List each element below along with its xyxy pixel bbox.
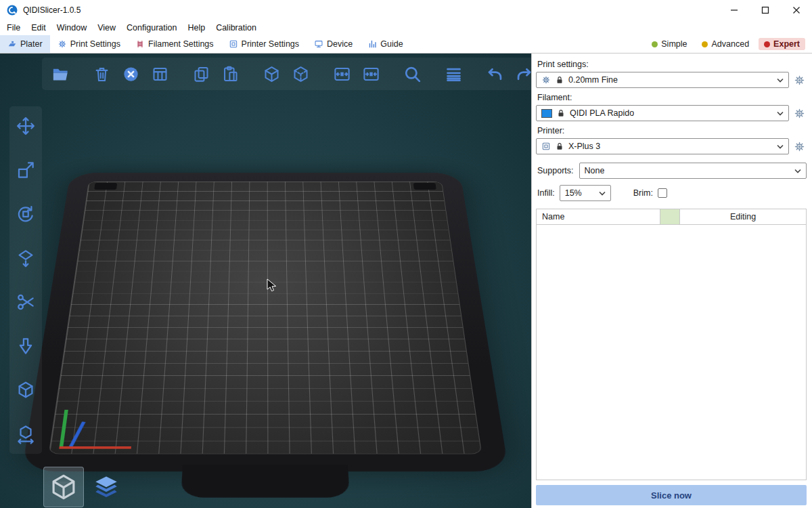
- search-button[interactable]: [401, 62, 424, 85]
- menu-item-edit[interactable]: Edit: [26, 22, 51, 34]
- minimize-button[interactable]: [719, 0, 750, 20]
- split-to-objects-button[interactable]: [260, 62, 283, 85]
- minimize-icon: [730, 6, 738, 14]
- supports-combo[interactable]: None: [579, 163, 807, 179]
- mouse-cursor: [267, 278, 277, 293]
- advanced-mode-dot: [702, 41, 708, 47]
- tab-plater[interactable]: Plater: [0, 35, 50, 53]
- simple-mode-dot: [652, 41, 658, 47]
- chevron-down-icon: [777, 144, 784, 149]
- tab-printer-settings[interactable]: Printer Settings: [221, 35, 307, 53]
- brim-checkbox[interactable]: [658, 188, 667, 198]
- filament-value: QIDI PLA Rapido: [570, 108, 634, 118]
- expert-mode-dot: [764, 41, 770, 47]
- mode-simple[interactable]: Simple: [646, 38, 692, 50]
- variable-layer-height-button[interactable]: [442, 62, 465, 85]
- menu-bar: File Edit Window View Configuration Help…: [0, 20, 812, 35]
- copy-icon: [192, 65, 210, 83]
- filament-gear-button[interactable]: [792, 105, 807, 121]
- tab-guide[interactable]: Guide: [360, 35, 410, 53]
- infill-combo[interactable]: 15%: [560, 185, 611, 201]
- column-header-name[interactable]: Name: [537, 209, 660, 224]
- mode-advanced[interactable]: Advanced: [696, 38, 754, 50]
- seam-tool-button[interactable]: [14, 379, 37, 402]
- measure-icon: [16, 424, 36, 444]
- title-bar: QIDISlicer-1.0.5: [0, 0, 812, 20]
- supports-label: Supports:: [537, 166, 574, 175]
- menu-item-window[interactable]: Window: [51, 22, 92, 34]
- delete-all-icon: [122, 65, 140, 83]
- preview-layers-icon: [92, 473, 120, 502]
- 3d-viewport[interactable]: [0, 54, 531, 508]
- gear-icon: [794, 108, 805, 119]
- window-title: QIDISlicer-1.0.5: [23, 5, 81, 15]
- delete-button[interactable]: [90, 62, 113, 85]
- close-button[interactable]: [781, 0, 812, 20]
- paste-icon: [221, 65, 240, 83]
- tab-device[interactable]: Device: [307, 35, 360, 53]
- view-preview-button[interactable]: [87, 468, 126, 507]
- remove-instance-button[interactable]: [359, 62, 382, 85]
- object-list-body[interactable]: [537, 225, 806, 480]
- axis-y-indicator: [59, 410, 68, 449]
- close-icon: [792, 6, 800, 14]
- print-settings-value: 0.20mm Fine: [568, 75, 618, 85]
- axis-x-indicator: [59, 446, 131, 449]
- slice-now-button[interactable]: Slice now: [536, 485, 807, 505]
- arrange-button[interactable]: [148, 62, 171, 85]
- bed-clip-left: [94, 183, 117, 190]
- printer-combo[interactable]: X-Plus 3: [536, 138, 789, 154]
- view-toggle-group: [43, 467, 126, 507]
- preset-gear-icon: [541, 75, 551, 85]
- undo-button[interactable]: [483, 62, 506, 85]
- split-parts-cube-icon: [292, 65, 310, 83]
- filament-combo[interactable]: QIDI PLA Rapido: [536, 105, 789, 121]
- paint-supports-tool-button[interactable]: [14, 335, 37, 358]
- app-window: QIDISlicer-1.0.5 File Edit Window View C…: [0, 0, 812, 508]
- supports-value: None: [585, 166, 605, 175]
- remove-instance-icon: [362, 65, 380, 83]
- menu-item-configuration[interactable]: Configuration: [121, 22, 182, 34]
- plater-icon: [7, 39, 17, 49]
- move-arrows-icon: [16, 116, 36, 136]
- menu-item-file[interactable]: File: [1, 22, 26, 34]
- column-header-extruder[interactable]: [660, 209, 680, 224]
- copy-button[interactable]: [189, 62, 212, 85]
- add-instance-button[interactable]: [330, 62, 353, 85]
- cut-tool-button[interactable]: [14, 291, 37, 314]
- scale-tool-button[interactable]: [14, 158, 37, 182]
- paste-button[interactable]: [219, 62, 242, 85]
- delete-all-button[interactable]: [119, 62, 142, 85]
- print-settings-combo[interactable]: 0.20mm Fine: [536, 72, 789, 88]
- column-header-editing[interactable]: Editing: [680, 209, 806, 224]
- menu-item-calibration[interactable]: Calibration: [210, 22, 262, 34]
- mode-expert[interactable]: Expert: [759, 38, 805, 50]
- maximize-icon: [761, 6, 769, 14]
- measure-tool-button[interactable]: [14, 423, 37, 446]
- menu-item-help[interactable]: Help: [182, 22, 210, 34]
- settings-panel: Print settings: 0.20mm Fine Filament:: [531, 54, 812, 508]
- printer-gear-button[interactable]: [792, 138, 807, 154]
- maximize-button[interactable]: [750, 0, 781, 20]
- print-settings-gear-button[interactable]: [792, 72, 807, 88]
- place-on-face-icon: [16, 248, 36, 268]
- view-3d-editor-button[interactable]: [43, 467, 84, 507]
- tab-filament-settings[interactable]: Filament Settings: [128, 35, 221, 53]
- 3d-editor-cube-icon: [49, 473, 78, 501]
- scale-icon: [16, 160, 36, 180]
- move-tool-button[interactable]: [14, 114, 37, 137]
- redo-button[interactable]: [512, 62, 531, 85]
- open-button[interactable]: [49, 62, 72, 85]
- tab-print-settings[interactable]: Print Settings: [50, 35, 128, 53]
- open-folder-icon: [51, 65, 70, 83]
- axis-z-indicator: [68, 421, 86, 448]
- rotate-tool-button[interactable]: [14, 203, 37, 226]
- print-settings-gear-icon: [58, 39, 67, 49]
- menu-item-view[interactable]: View: [92, 22, 121, 34]
- chevron-down-icon: [794, 169, 801, 173]
- brim-label: Brim:: [633, 188, 653, 198]
- arrange-icon: [151, 65, 169, 83]
- split-to-parts-button[interactable]: [289, 62, 312, 85]
- place-on-face-tool-button[interactable]: [14, 247, 37, 270]
- support-stamp-icon: [16, 336, 36, 356]
